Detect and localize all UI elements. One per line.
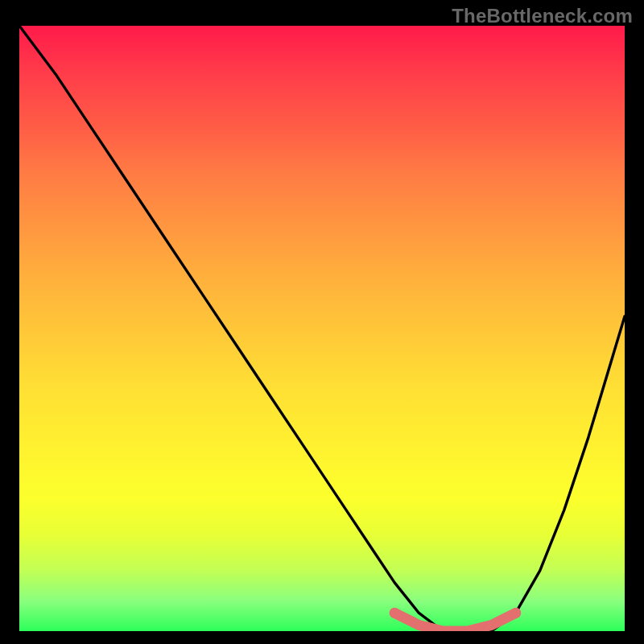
chart-container: TheBottleneck.com <box>0 0 644 644</box>
optimal-end-dot <box>510 608 521 618</box>
optimal-highlight <box>394 613 515 631</box>
watermark-text: TheBottleneck.com <box>452 5 633 27</box>
bottleneck-curve <box>19 26 625 631</box>
curve-svg <box>19 26 625 631</box>
optimal-start-dot <box>390 608 400 618</box>
plot-frame <box>19 26 625 631</box>
